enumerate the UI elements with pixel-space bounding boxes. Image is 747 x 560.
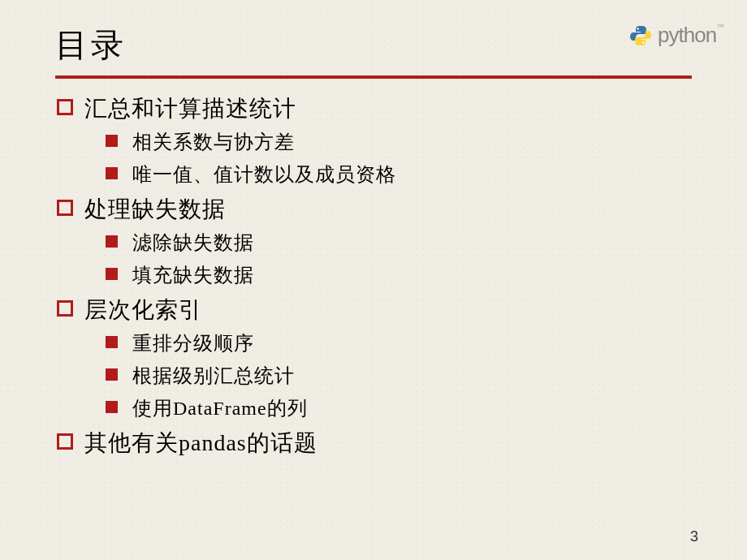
logo-text: python™ — [658, 23, 724, 48]
section-label: 汇总和计算描述统计 — [84, 93, 296, 124]
section-label: 层次化索引 — [84, 295, 202, 325]
slide-container: python™ 目录 汇总和计算描述统计 相关系数与协方差 唯一值、值计数以及成… — [0, 0, 747, 560]
filled-square-bullet-icon — [106, 401, 118, 413]
slide-title: 目录 — [55, 23, 692, 67]
filled-square-bullet-icon — [106, 268, 118, 280]
python-icon — [628, 24, 653, 48]
item-label: 相关系数与协方差 — [132, 129, 295, 155]
toc-item: 填充缺失数据 — [106, 262, 692, 288]
item-label: 滤除缺失数据 — [132, 230, 254, 256]
svg-point-1 — [642, 41, 644, 43]
toc-item: 根据级别汇总统计 — [106, 363, 692, 389]
page-number: 3 — [690, 528, 698, 545]
toc-section: 其他有关pandas的话题 — [57, 428, 692, 459]
title-underline — [55, 75, 692, 79]
toc-item: 重排分级顺序 — [106, 330, 692, 356]
item-label: 使用DataFrame的列 — [132, 395, 308, 421]
toc-item: 滤除缺失数据 — [106, 230, 692, 256]
section-label: 处理缺失数据 — [84, 194, 226, 225]
item-label: 填充缺失数据 — [132, 262, 254, 288]
hollow-square-bullet-icon — [57, 99, 73, 115]
hollow-square-bullet-icon — [57, 200, 73, 216]
toc-section: 处理缺失数据 — [57, 194, 692, 225]
toc-content: 汇总和计算描述统计 相关系数与协方差 唯一值、值计数以及成员资格 处理缺失数据 … — [55, 93, 692, 459]
section-label: 其他有关pandas的话题 — [84, 428, 317, 459]
filled-square-bullet-icon — [106, 235, 118, 248]
hollow-square-bullet-icon — [57, 433, 73, 450]
filled-square-bullet-icon — [106, 135, 118, 147]
filled-square-bullet-icon — [106, 167, 118, 179]
toc-subitems: 相关系数与协方差 唯一值、值计数以及成员资格 — [57, 129, 692, 187]
python-logo: python™ — [628, 23, 724, 48]
toc-item: 使用DataFrame的列 — [106, 395, 692, 421]
svg-point-0 — [637, 28, 638, 29]
toc-item: 唯一值、值计数以及成员资格 — [106, 162, 692, 187]
hollow-square-bullet-icon — [57, 300, 73, 317]
toc-section: 汇总和计算描述统计 — [57, 93, 692, 124]
item-label: 重排分级顺序 — [132, 330, 254, 356]
item-label: 根据级别汇总统计 — [132, 363, 295, 389]
toc-item: 相关系数与协方差 — [106, 129, 692, 155]
toc-subitems: 滤除缺失数据 填充缺失数据 — [57, 230, 692, 288]
toc-section: 层次化索引 — [57, 295, 692, 325]
item-label: 唯一值、值计数以及成员资格 — [132, 162, 396, 187]
filled-square-bullet-icon — [106, 368, 118, 381]
toc-subitems: 重排分级顺序 根据级别汇总统计 使用DataFrame的列 — [57, 330, 692, 421]
filled-square-bullet-icon — [106, 336, 118, 348]
